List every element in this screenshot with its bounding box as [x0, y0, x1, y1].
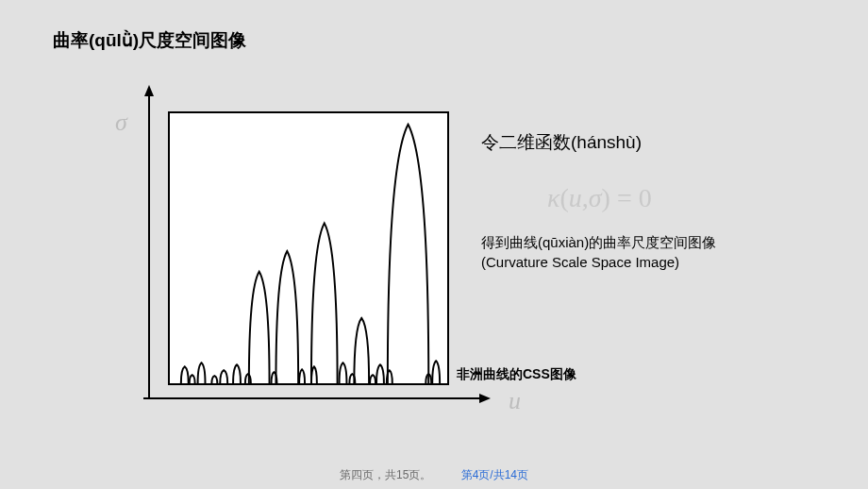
css-peak: [370, 375, 376, 383]
text-line-2b: (Curvature Scale Space Image): [481, 254, 679, 270]
chart-area: σ u: [132, 85, 491, 410]
css-peak: [198, 363, 206, 383]
eq-comma: ,: [582, 183, 589, 212]
svg-marker-3: [479, 394, 491, 403]
css-peak: [354, 318, 369, 383]
css-curves: [170, 113, 447, 383]
right-column: 令二维函数(hánshù) κ(u,σ) = 0 得到曲线(qūxiàn)的曲率…: [481, 130, 840, 272]
eq-zero: 0: [639, 183, 652, 212]
text-line-1: 令二维函数(hánshù): [481, 130, 840, 155]
css-peak: [245, 374, 251, 383]
css-image-box: [168, 111, 449, 385]
css-peak: [311, 223, 338, 383]
eq-sigma: σ: [589, 183, 602, 212]
svg-marker-1: [144, 85, 154, 96]
css-peak: [181, 366, 189, 383]
footer-left: 第四页，共15页。: [340, 468, 431, 481]
css-peak: [190, 375, 195, 383]
css-peak: [376, 364, 384, 383]
text-line-2a: 得到曲线(qūxiàn)的曲率尺度空间图像: [481, 234, 716, 250]
css-peak: [249, 272, 270, 383]
css-peak: [340, 363, 347, 383]
equation: κ(u,σ) = 0: [547, 183, 840, 213]
eq-open: (: [559, 183, 568, 212]
text-line-2: 得到曲线(qūxiàn)的曲率尺度空间图像 (Curvature Scale S…: [481, 232, 840, 272]
eq-u: u: [569, 183, 582, 212]
eq-eq: =: [610, 183, 639, 212]
y-axis-label: σ: [115, 109, 127, 137]
footer: 第四页，共15页。 第4页/共14页: [0, 467, 868, 483]
eq-close: ): [602, 183, 610, 212]
css-peak: [233, 364, 241, 383]
footer-right: 第4页/共14页: [461, 468, 528, 481]
css-peak: [211, 376, 217, 383]
chart-caption: 非洲曲线的CSS图像: [457, 366, 576, 383]
css-peak: [299, 369, 305, 383]
eq-kappa: κ: [547, 183, 559, 212]
x-axis-label: u: [509, 387, 521, 415]
css-peak: [275, 251, 298, 383]
css-peak: [432, 361, 440, 383]
css-peak: [220, 370, 227, 383]
slide-title: 曲率(qūlǜ)尺度空间图像: [53, 28, 246, 53]
css-peak: [388, 125, 428, 383]
